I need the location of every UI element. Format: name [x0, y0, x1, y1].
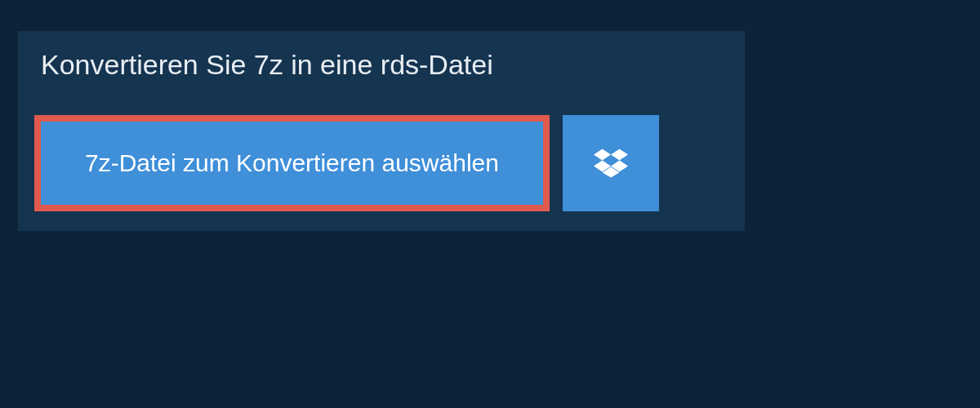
dropbox-button[interactable] — [563, 115, 659, 211]
highlight-frame: 7z-Datei zum Konvertieren auswählen — [34, 115, 550, 211]
dropbox-icon — [594, 146, 628, 180]
select-file-label: 7z-Datei zum Konvertieren auswählen — [85, 149, 499, 177]
converter-panel: Konvertieren Sie 7z in eine rds-Datei 7z… — [18, 31, 745, 231]
button-row: 7z-Datei zum Konvertieren auswählen — [18, 100, 745, 231]
page-title: Konvertieren Sie 7z in eine rds-Datei — [18, 31, 516, 100]
select-file-button[interactable]: 7z-Datei zum Konvertieren auswählen — [41, 122, 543, 205]
